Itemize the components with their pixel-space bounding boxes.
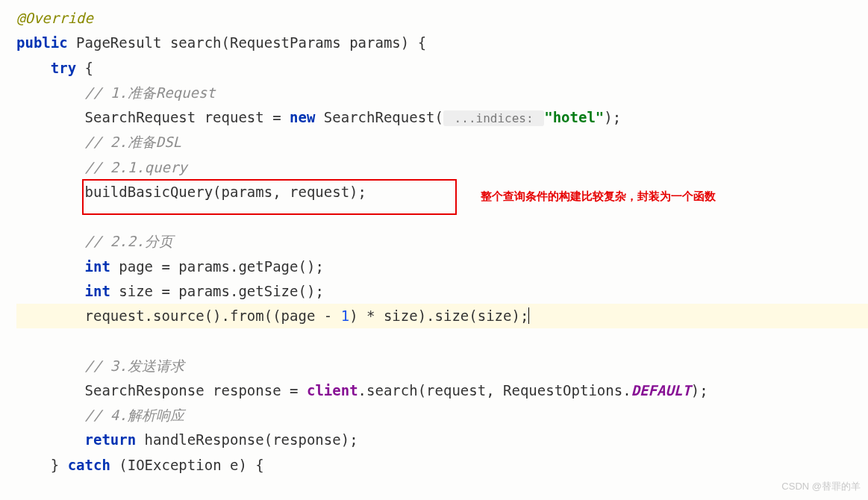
code-line-highlighted: request.source().from((page - 1) * size)… (16, 304, 868, 328)
code-line: // 1.准备Request (16, 81, 868, 105)
string-literal: "hotel" (544, 109, 604, 125)
code-line: } catch (IOException e) { (16, 453, 868, 478)
code-line: // 3.发送请求 (16, 354, 868, 378)
keyword-try: try (51, 60, 76, 76)
keyword-int: int (85, 283, 110, 299)
keyword-catch: catch (68, 457, 110, 473)
code-line (16, 328, 868, 353)
code-line: try { (16, 56, 868, 81)
code-line: int size = params.getSize(); (16, 279, 868, 304)
code-text: } (51, 457, 68, 473)
code-line: // 2.2.分页 (16, 229, 868, 254)
code-text: SearchRequest( (315, 109, 443, 125)
watermark: CSDN @替罪的羊 (781, 478, 861, 496)
code-text: ) * size).size(size); (349, 307, 528, 324)
code-text: { (76, 60, 93, 76)
annotation: @Override (16, 10, 93, 26)
code-text: (IOException e) { (110, 457, 264, 473)
code-line: return handleResponse(response); (16, 428, 868, 452)
code-text: SearchResponse response = (85, 382, 307, 399)
number-literal: 1 (341, 307, 349, 324)
code-text: handleResponse(response); (136, 431, 357, 448)
param-hint: ...indices: (443, 110, 544, 126)
code-text: size = params.getSize(); (110, 283, 324, 299)
keyword-public: public (16, 34, 68, 51)
code-line: @Override (16, 6, 868, 31)
code-line: int page = params.getPage(); (16, 254, 868, 279)
comment: // 2.准备DSL (85, 134, 182, 150)
text-cursor (528, 307, 529, 324)
code-text: buildBasicQuery(params, request); (85, 184, 367, 200)
code-text: PageResult search(RequestParams params) … (68, 34, 426, 51)
code-line: buildBasicQuery(params, request); (16, 180, 868, 204)
static-field: DEFAULT (631, 382, 691, 399)
code-text: request.source().from((page - (85, 307, 341, 324)
code-line: public PageResult search(RequestParams p… (16, 31, 868, 55)
keyword-return: return (85, 431, 137, 448)
code-text: page = params.getPage(); (110, 258, 324, 275)
code-line: // 2.准备DSL (16, 130, 868, 154)
keyword-new: new (290, 109, 315, 125)
keyword-int: int (85, 258, 110, 275)
comment: // 4.解析响应 (85, 407, 184, 423)
code-editor[interactable]: @Override public PageResult search(Reque… (0, 0, 868, 478)
code-text: ); (604, 109, 621, 125)
comment: // 2.1.query (85, 159, 187, 175)
comment: // 2.2.分页 (85, 233, 173, 249)
code-text: SearchRequest request = (85, 109, 290, 125)
code-line: // 2.1.query (16, 155, 868, 180)
code-text: ); (691, 382, 708, 399)
comment: // 3.发送请求 (85, 357, 184, 374)
comment: // 1.准备Request (85, 84, 216, 101)
field-ref: client (307, 382, 358, 399)
code-line: SearchRequest request = new SearchReques… (16, 105, 868, 130)
code-text: .search(request, RequestOptions. (358, 382, 631, 399)
code-line: // 4.解析响应 (16, 403, 868, 428)
annotation-label: 整个查询条件的构建比较复杂，封装为一个函数 (481, 187, 716, 206)
code-line: SearchResponse response = client.search(… (16, 378, 868, 403)
code-line (16, 204, 868, 229)
